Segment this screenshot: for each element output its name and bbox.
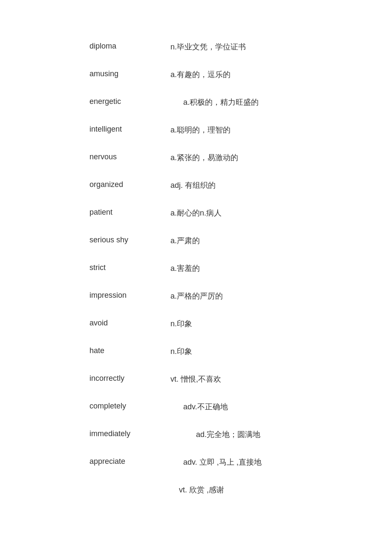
vocab-definition: a.有趣的，逗乐的 [162,69,392,80]
vocab-definition: vt. 憎恨,不喜欢 [162,374,392,384]
vocab-word: immediately [0,429,162,438]
vocab-definition: a.紧张的，易激动的 [162,152,392,163]
vocab-item: impressiona.严格的严厉的 [0,283,392,311]
vocab-item: diploman.毕业文凭，学位证书 [0,34,392,62]
vocab-definition: n.印象 [162,346,392,357]
vocab-item: stricta.害羞的 [0,256,392,283]
vocab-definition: a.严肃的 [162,236,392,246]
vocab-word: completely [0,402,162,411]
vocab-definition: ad.完全地；圆满地 [162,429,392,440]
vocab-word: nervous [0,152,162,161]
vocab-item: incorrectlyvt. 憎恨,不喜欢 [0,366,392,394]
vocab-word: incorrectly [0,374,162,383]
vocab-word: patient [0,208,162,217]
vocab-definition: a.害羞的 [162,263,392,273]
vocab-item: vt. 欣赏 ,感谢 [0,477,392,505]
vocab-item: avoidn.印象 [0,311,392,339]
vocab-definition: n.印象 [162,319,392,329]
vocab-item: patienta.耐心的n.病人 [0,200,392,228]
vocab-definition-extra: vt. 欣赏 ,感谢 [162,485,392,495]
vocab-definition: adv. 立即 ,马上 ,直接地 [162,457,392,467]
vocab-item: nervousa.紧张的，易激动的 [0,145,392,173]
vocab-word: intelligent [0,125,162,134]
vocab-word: organized [0,180,162,189]
vocab-definition: n.毕业文凭，学位证书 [162,42,392,52]
vocab-item: haten.印象 [0,339,392,366]
vocab-item: organizedadj. 有组织的 [0,173,392,200]
vocab-word: diploma [0,42,162,51]
vocab-item: amusinga.有趣的，逗乐的 [0,62,392,89]
vocab-item: energetica.积极的，精力旺盛的 [0,89,392,117]
vocabulary-list: diploman.毕业文凭，学位证书amusinga.有趣的，逗乐的energe… [0,34,392,505]
vocab-word: avoid [0,319,162,328]
vocab-definition: adj. 有组织的 [162,180,392,190]
vocab-item: completelyadv.不正确地 [0,394,392,422]
vocab-word: serious shy [0,236,162,244]
vocab-word: amusing [0,69,162,78]
vocab-word: appreciate [0,457,162,466]
vocab-word: impression [0,291,162,300]
vocab-definition: adv.不正确地 [162,402,392,412]
vocab-word: hate [0,346,162,355]
vocab-definition: a.严格的严厉的 [162,291,392,301]
vocab-word: energetic [0,97,162,106]
vocab-item: appreciateadv. 立即 ,马上 ,直接地 [0,449,392,477]
vocab-item: intelligenta.聪明的，理智的 [0,117,392,145]
vocab-item: immediatelyad.完全地；圆满地 [0,422,392,449]
vocab-item: serious shya.严肃的 [0,228,392,256]
vocab-word: strict [0,263,162,272]
vocab-definition: a.聪明的，理智的 [162,125,392,135]
vocab-definition: a.耐心的n.病人 [162,208,392,218]
vocab-definition: a.积极的，精力旺盛的 [162,97,392,107]
